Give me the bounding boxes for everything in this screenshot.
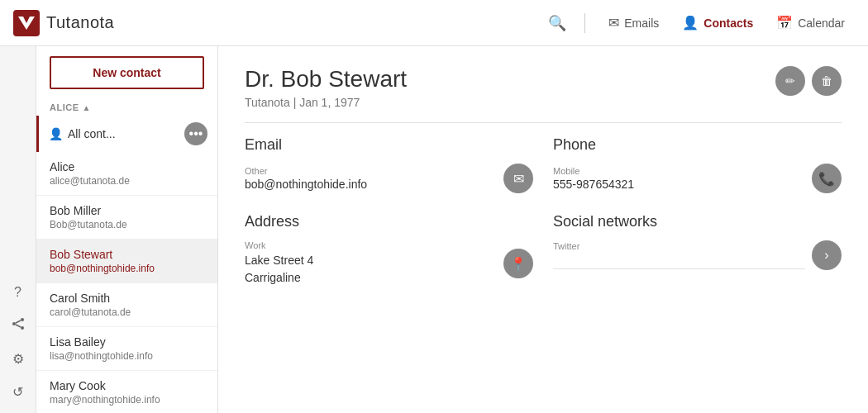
contact-list-panel: New contact ALICE ▲ 👤 All cont... ••• Al… [36, 46, 218, 413]
nav-contacts[interactable]: 👤 Contacts [672, 10, 763, 36]
social-label: Twitter [553, 241, 805, 251]
phone-icon: 📞 [818, 171, 835, 187]
trash-icon: 🗑 [821, 74, 832, 88]
phone-section-title: Phone [553, 136, 842, 154]
detail-grid: Email Other bob@nothingtohide.info ✉ Pho… [245, 136, 842, 287]
detail-title-block: Dr. Bob Stewart Tutanota | Jan 1, 1977 [245, 66, 775, 109]
contacts-scroll: Alice alice@tutanota.de Bob Miller Bob@t… [36, 152, 217, 413]
share-button[interactable] [3, 311, 33, 340]
social-field-group: Twitter › [553, 240, 842, 270]
sidebar: ? ⚙ ↺ [0, 46, 36, 413]
map-button[interactable]: 📍 [503, 249, 533, 278]
svg-line-6 [16, 325, 21, 327]
detail-panel: Dr. Bob Stewart Tutanota | Jan 1, 1977 ✏… [218, 46, 868, 413]
help-icon: ? [14, 285, 21, 300]
search-button[interactable]: 🔍 [543, 9, 571, 37]
calendar-icon: 📅 [776, 15, 793, 31]
social-value-line [553, 253, 805, 269]
refresh-icon: ↺ [12, 384, 23, 400]
email-value: bob@nothingtohide.info [245, 178, 497, 191]
nav-calendar[interactable]: 📅 Calendar [766, 10, 855, 36]
envelope-icon: ✉ [513, 171, 524, 187]
address-line1: Lake Street 4 [245, 252, 497, 269]
chevron-right-icon: › [824, 248, 828, 263]
contact-item[interactable]: Bob Miller Bob@tutanota.de [36, 196, 217, 240]
contact-meta: Tutanota | Jan 1, 1977 [245, 96, 775, 109]
detail-actions: ✏ 🗑 [775, 66, 842, 96]
phone-value: 555-987654321 [553, 178, 805, 191]
call-button[interactable]: 📞 [812, 164, 842, 193]
svg-point-3 [12, 322, 16, 325]
settings-icon: ⚙ [12, 351, 24, 367]
edit-icon: ✏ [785, 74, 795, 88]
settings-button[interactable]: ⚙ [3, 344, 33, 373]
contact-item[interactable]: Alice alice@tutanota.de [36, 152, 217, 196]
address-line2: Carrigaline [245, 269, 497, 287]
email-section: Email Other bob@nothingtohide.info ✉ [245, 136, 533, 193]
group-arrow-icon: ▲ [83, 103, 91, 112]
address-label: Work [245, 240, 497, 250]
nav-emails[interactable]: ✉ Emails [599, 10, 669, 36]
svg-point-2 [21, 318, 24, 321]
social-field-content: Twitter [553, 241, 805, 269]
email-label: Other [245, 166, 497, 176]
svg-point-4 [21, 326, 24, 330]
email-field-content: Other bob@nothingtohide.info [245, 166, 497, 191]
more-options-button[interactable]: ••• [184, 122, 207, 145]
nav-divider [584, 13, 585, 33]
emails-icon: ✉ [608, 15, 619, 31]
all-contacts-item[interactable]: 👤 All cont... ••• [36, 116, 217, 152]
contact-item-active[interactable]: Bob Stewart bob@nothingtohide.info [36, 240, 217, 283]
main: ? ⚙ ↺ New contact ALICE ▲ 👤 All [0, 46, 868, 413]
contact-full-name: Dr. Bob Stewart [245, 66, 775, 93]
contact-item[interactable]: Lisa Bailey lisa@nothingtohide.info [36, 327, 217, 371]
logo-icon [13, 10, 40, 36]
email-field-group: Other bob@nothingtohide.info ✉ [245, 164, 533, 193]
svg-line-5 [16, 320, 21, 323]
contacts-icon: 👤 [682, 15, 699, 31]
detail-divider [245, 122, 842, 123]
address-field-group: Work Lake Street 4 Carrigaline 📍 [245, 240, 533, 287]
contact-item[interactable]: Carol Smith carol@tutanota.de [36, 283, 217, 327]
social-open-button[interactable]: › [812, 240, 842, 270]
address-section-title: Address [245, 213, 533, 230]
header: Tutanota 🔍 ✉ Emails 👤 Contacts 📅 Calenda… [0, 0, 868, 46]
contact-item[interactable]: Mary Cook mary@nothingtohide.info [36, 371, 217, 413]
phone-label: Mobile [553, 166, 805, 176]
group-header: ALICE ▲ [36, 99, 217, 116]
logo: Tutanota [13, 10, 114, 36]
phone-section: Phone Mobile 555-987654321 📞 [553, 136, 842, 193]
help-button[interactable]: ? [3, 278, 33, 307]
address-field-content: Work Lake Street 4 Carrigaline [245, 240, 497, 287]
compose-email-button[interactable]: ✉ [503, 164, 533, 193]
phone-field-content: Mobile 555-987654321 [553, 166, 805, 191]
delete-contact-button[interactable]: 🗑 [812, 66, 842, 96]
phone-field-group: Mobile 555-987654321 📞 [553, 164, 842, 193]
logo-text: Tutanota [46, 13, 114, 32]
email-section-title: Email [245, 136, 533, 154]
person-icon: 👤 [49, 127, 63, 140]
edit-contact-button[interactable]: ✏ [775, 66, 805, 96]
share-icon [12, 317, 25, 334]
address-section: Address Work Lake Street 4 Carrigaline 📍 [245, 213, 533, 287]
detail-header: Dr. Bob Stewart Tutanota | Jan 1, 1977 ✏… [245, 66, 842, 109]
new-contact-button[interactable]: New contact [50, 56, 204, 89]
location-icon: 📍 [510, 256, 527, 272]
refresh-button[interactable]: ↺ [3, 377, 33, 406]
header-nav: 🔍 ✉ Emails 👤 Contacts 📅 Calendar [543, 9, 855, 37]
social-section-title: Social networks [553, 213, 842, 230]
social-section: Social networks Twitter › [553, 213, 842, 287]
